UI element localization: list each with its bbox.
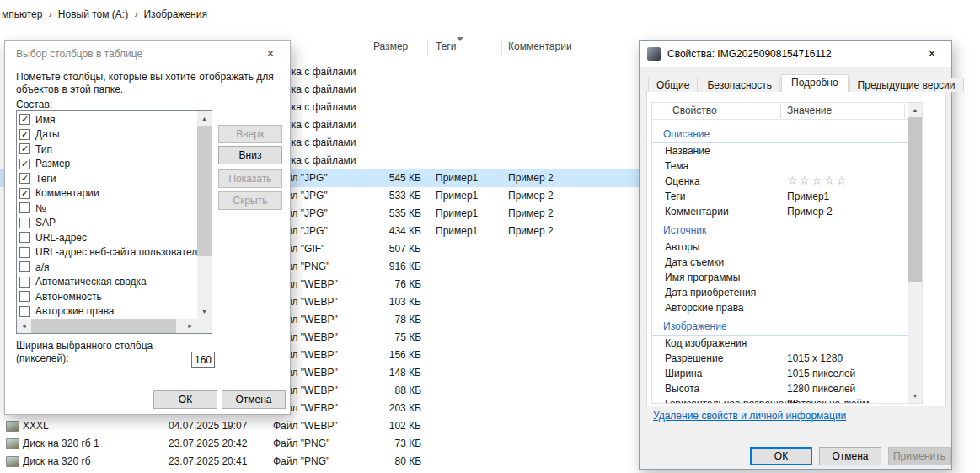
- column-option[interactable]: SAP: [17, 216, 197, 231]
- tab-security[interactable]: Безопасность: [699, 78, 780, 92]
- vertical-scrollbar[interactable]: ▲ ▼: [197, 111, 212, 319]
- column-option[interactable]: ✓Имя: [17, 112, 197, 127]
- column-option[interactable]: Автоматическая сводка: [17, 275, 197, 290]
- property-row[interactable]: Ширина1015 пикселей: [652, 366, 908, 381]
- checkbox[interactable]: [19, 261, 30, 272]
- property-row[interactable]: Название: [652, 143, 908, 159]
- column-width-input[interactable]: [191, 352, 215, 368]
- scroll-left-icon[interactable]: ◄: [17, 319, 31, 333]
- column-option[interactable]: №: [17, 201, 197, 216]
- column-option[interactable]: а/я: [17, 260, 197, 275]
- property-name: Ширина: [665, 366, 702, 381]
- scroll-down-icon[interactable]: ▼: [197, 304, 212, 319]
- column-option[interactable]: ✓Теги: [17, 171, 197, 186]
- file-row[interactable]: Диск на 320 гб 123.07.2025 20:42Файл "PN…: [0, 435, 639, 453]
- column-header-tags[interactable]: Теги: [436, 40, 456, 52]
- checkbox[interactable]: ✓: [19, 114, 30, 125]
- scrollbar-thumb[interactable]: [197, 126, 212, 256]
- property-row[interactable]: Высота1280 пикселей: [652, 381, 908, 396]
- scroll-down-icon[interactable]: ▼: [908, 389, 922, 403]
- column-option[interactable]: ✓Комментарии: [17, 186, 197, 202]
- dialog-titlebar[interactable]: Выбор столбцов в таблице ×: [5, 41, 290, 67]
- dialog-description: Пометьте столбцы, которые вы хотите отоб…: [16, 71, 279, 96]
- file-row[interactable]: Диск на 320 гб23.07.2025 20:41Файл "PNG"…: [0, 453, 639, 470]
- scrollbar-thumb[interactable]: [908, 117, 922, 282]
- checkbox[interactable]: ✓: [19, 129, 30, 140]
- column-header-comments[interactable]: Комментарии: [508, 40, 572, 52]
- scroll-up-icon[interactable]: ▲: [197, 111, 212, 126]
- checkbox[interactable]: [19, 291, 30, 302]
- checkbox[interactable]: ✓: [19, 159, 30, 169]
- close-icon[interactable]: ×: [913, 42, 951, 66]
- property-row[interactable]: Дата съемки: [652, 255, 908, 270]
- checkbox[interactable]: [19, 218, 30, 228]
- checkbox[interactable]: [19, 277, 30, 288]
- property-row[interactable]: Имя программы: [652, 270, 908, 285]
- dialog-titlebar[interactable]: Свойства: IMG20250908154716112 ×: [640, 41, 951, 67]
- ok-button[interactable]: ОК: [153, 390, 217, 409]
- property-row[interactable]: Авторские права: [652, 300, 908, 315]
- header-separator: [904, 105, 905, 118]
- column-width-label: Ширина выбранного столбца (пикселей):: [16, 340, 153, 365]
- property-row[interactable]: ТегиПример1: [652, 189, 908, 204]
- breadcrumb-item[interactable]: мпьютер: [2, 8, 42, 20]
- file-size: 535 КБ: [329, 205, 421, 223]
- column-option[interactable]: URL-адрес: [17, 230, 197, 245]
- column-option[interactable]: URL-адрес веб-сайта пользователя: [17, 245, 197, 261]
- column-header-size[interactable]: Размер: [373, 40, 408, 52]
- property-row[interactable]: Тема: [652, 159, 908, 174]
- checkbox[interactable]: ✓: [19, 143, 30, 154]
- tab-details[interactable]: Подробно: [781, 74, 849, 92]
- tab-general[interactable]: Общие: [648, 78, 698, 92]
- property-column-header[interactable]: Свойство: [672, 103, 717, 120]
- rating-stars[interactable]: ☆☆☆☆☆: [787, 174, 849, 187]
- cancel-button[interactable]: Отмена: [819, 447, 881, 465]
- checkbox[interactable]: ✓: [19, 173, 30, 184]
- scroll-up-icon[interactable]: ▲: [908, 103, 922, 117]
- column-option[interactable]: ✓Даты: [17, 127, 197, 142]
- checkbox[interactable]: [19, 232, 30, 243]
- move-up-button[interactable]: Вверх: [218, 125, 282, 143]
- tab-previous-versions[interactable]: Предыдущие версии: [849, 78, 964, 92]
- remove-properties-link[interactable]: Удаление свойств и личной информации: [653, 410, 846, 422]
- property-row[interactable]: Код изображения: [652, 336, 908, 351]
- checkbox[interactable]: ✓: [19, 188, 30, 199]
- file-size: 148 КБ: [329, 364, 421, 382]
- property-row[interactable]: КомментарииПример 2: [652, 204, 908, 219]
- explorer-window: мпьютер›Новый том (A:)›Изображения Разме…: [0, 0, 980, 473]
- property-row[interactable]: Разрешение1015 x 1280: [652, 351, 908, 366]
- close-icon[interactable]: ×: [252, 42, 289, 66]
- move-down-button[interactable]: Вниз: [218, 146, 282, 164]
- property-row[interactable]: Оценка☆☆☆☆☆: [652, 174, 908, 189]
- scroll-right-icon[interactable]: ►: [183, 319, 197, 333]
- breadcrumb-item[interactable]: Новый том (A:): [58, 8, 128, 20]
- file-row[interactable]: XXXL04.07.2025 19:07Файл "WEBP"102 КБ: [0, 417, 639, 435]
- column-option[interactable]: Авторские права: [17, 304, 197, 320]
- breadcrumb-item[interactable]: Изображения: [143, 8, 206, 20]
- ok-button[interactable]: ОК: [750, 447, 812, 465]
- checkbox[interactable]: [19, 202, 30, 213]
- column-option-label: Тип: [35, 143, 52, 155]
- column-option[interactable]: ✓Размер: [17, 157, 197, 172]
- value-column-header[interactable]: Значение: [787, 103, 832, 120]
- grid-body: ОписаниеНазваниеТемаОценка☆☆☆☆☆ТегиПриме…: [652, 120, 908, 403]
- cancel-button[interactable]: Отмена: [222, 390, 286, 409]
- column-option[interactable]: Автономность: [17, 289, 197, 304]
- show-button[interactable]: Показать: [218, 169, 282, 188]
- vertical-scrollbar[interactable]: ▲ ▼: [908, 103, 922, 403]
- image-icon: [647, 47, 661, 61]
- hide-button[interactable]: Скрыть: [218, 191, 282, 210]
- column-option-label: а/я: [35, 261, 50, 273]
- property-row[interactable]: Дата приобретения: [652, 285, 908, 300]
- apply-button[interactable]: Применить: [888, 447, 951, 465]
- scrollbar-thumb[interactable]: [31, 319, 176, 333]
- horizontal-scrollbar[interactable]: ◄ ►: [17, 319, 197, 333]
- tags-filter-chevron-icon[interactable]: [457, 37, 463, 41]
- column-option[interactable]: ✓Тип: [17, 142, 197, 157]
- checkbox[interactable]: [19, 247, 30, 258]
- image-file-icon: [6, 438, 19, 449]
- property-row[interactable]: Горизонтальное разрешение96 точек на дюй…: [652, 396, 908, 403]
- checkbox[interactable]: [19, 306, 30, 317]
- property-row[interactable]: Авторы: [652, 239, 908, 255]
- property-name: Тема: [665, 159, 688, 174]
